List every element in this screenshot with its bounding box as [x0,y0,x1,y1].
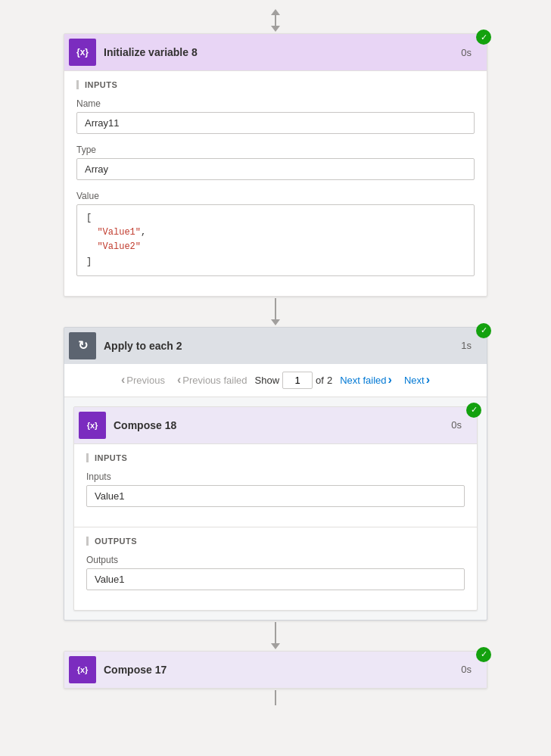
next-button[interactable]: Next [400,372,434,388]
loop-icon-label: ↻ [78,338,88,353]
loop-icon-box: ↻ [69,332,96,359]
init-value-group: Value [ "Value1", "Value2" ] [76,191,475,276]
compose18-duration: 0s [451,419,462,431]
init-value-label: Value [76,191,475,201]
compose18-icon-box: {x} [79,412,106,439]
arrow-middle-1 [271,298,280,325]
code-value1: "Value1" [97,227,141,238]
compose18-inputs-value: Value1 [86,485,465,507]
next-failed-button[interactable]: Next failed [335,372,397,388]
compose17-icon: {x} [64,652,101,688]
compose18-inputs-label: INPUTS [86,453,465,462]
init-icon-box: {x} [69,39,96,66]
next-label: Next [404,375,425,386]
init-name-group: Name Array11 [76,98,475,134]
init-name-value: Array11 [76,112,475,134]
page-input[interactable] [282,372,313,389]
compose18-outputs-section: OUTPUTS Outputs Value1 [74,527,477,610]
next-failed-label: Next failed [340,375,386,386]
arrow-middle-2 [271,622,280,649]
pagination-bar: Previous Previous failed Show of 2 Next … [64,364,487,397]
compose17-card[interactable]: {x} Compose 17 0s ✓ [64,651,487,689]
arrow-bottom [275,690,276,705]
init-icon-label: {x} [76,47,89,58]
next-failed-chevron-icon [388,373,392,387]
init-card-body: INPUTS Name Array11 Type Array Value [ "… [64,70,487,296]
compose17-header: {x} Compose 17 0s ✓ [64,652,487,688]
init-icon: {x} [64,34,101,70]
show-label: Show [255,375,280,386]
init-variable-card[interactable]: {x} Initialize variable 8 0s ✓ INPUTS Na… [64,33,487,297]
code-bracket-open: [ [86,213,92,223]
compose18-outputs-group: Outputs Value1 [86,555,465,590]
compose18-title: Compose 18 [111,419,451,431]
init-value-code: [ "Value1", "Value2" ] [76,204,475,276]
of-label: of [316,375,324,386]
code-value2: "Value2" [97,241,141,252]
previous-chevron-icon [121,373,125,387]
loop-card-header: ↻ Apply to each 2 1s ✓ [64,328,487,364]
code-bracket-close: ] [86,257,92,267]
compose18-inputs-group: Inputs Value1 [86,471,465,507]
previous-failed-button[interactable]: Previous failed [173,372,252,388]
compose18-outputs-value: Value1 [86,568,465,590]
init-type-group: Type Array [76,145,475,180]
init-card-header: {x} Initialize variable 8 0s ✓ [64,34,487,70]
next-chevron-icon [426,373,430,387]
loop-inner: {x} Compose 18 0s ✓ INPUTS Inputs Value1… [64,397,487,620]
init-inputs-label: INPUTS [76,80,475,89]
compose17-icon-box: {x} [69,656,96,683]
init-card-duration: 0s [461,47,472,58]
init-type-label: Type [76,145,475,155]
loop-card[interactable]: ↻ Apply to each 2 1s ✓ Previous Previous… [64,327,487,621]
init-success-badge: ✓ [476,30,491,45]
previous-failed-chevron-icon [177,373,181,387]
previous-failed-label: Previous failed [182,375,247,386]
previous-label: Previous [126,375,165,386]
compose17-title: Compose 17 [101,664,461,676]
compose18-body: INPUTS Inputs Value1 [74,443,477,527]
loop-icon: ↻ [64,328,101,364]
loop-success-badge: ✓ [476,323,491,338]
compose18-success-badge: ✓ [466,403,481,418]
compose18-icon: {x} [74,407,111,443]
compose18-outputs-field-label: Outputs [86,555,465,565]
compose18-card[interactable]: {x} Compose 18 0s ✓ INPUTS Inputs Value1… [73,406,478,611]
loop-card-title: Apply to each 2 [101,340,461,352]
init-name-label: Name [76,98,475,109]
compose18-outputs-label: OUTPUTS [86,537,465,546]
previous-button[interactable]: Previous [117,372,170,388]
compose18-header: {x} Compose 18 0s ✓ [74,407,477,443]
compose17-duration: 0s [461,664,472,675]
total-pages: 2 [327,375,332,386]
compose18-inputs-field-label: Inputs [86,471,465,482]
compose17-icon-label: {x} [77,665,89,674]
arrow-top [271,9,280,32]
init-type-value: Array [76,158,475,180]
init-card-title: Initialize variable 8 [101,46,461,58]
compose17-success-badge: ✓ [476,647,491,662]
loop-card-duration: 1s [461,340,472,351]
compose18-icon-label: {x} [87,421,98,430]
